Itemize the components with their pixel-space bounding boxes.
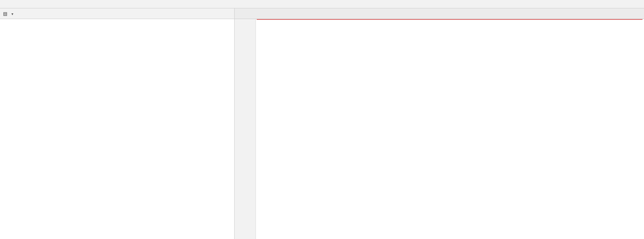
code-area — [235, 19, 644, 239]
code-editor[interactable] — [256, 19, 644, 239]
project-panel-header: ▤ ▾ — [0, 8, 234, 19]
editor-tabs — [235, 8, 644, 19]
project-title[interactable]: ▾ — [10, 11, 13, 16]
gutter — [235, 19, 256, 239]
project-panel: ▤ ▾ — [0, 8, 235, 239]
breadcrumb — [0, 0, 644, 8]
editor-area — [235, 8, 644, 239]
project-icon: ▤ — [2, 11, 8, 16]
project-tree[interactable] — [0, 19, 234, 239]
highlight-box — [257, 19, 642, 20]
chevron-down-icon: ▾ — [11, 12, 13, 16]
